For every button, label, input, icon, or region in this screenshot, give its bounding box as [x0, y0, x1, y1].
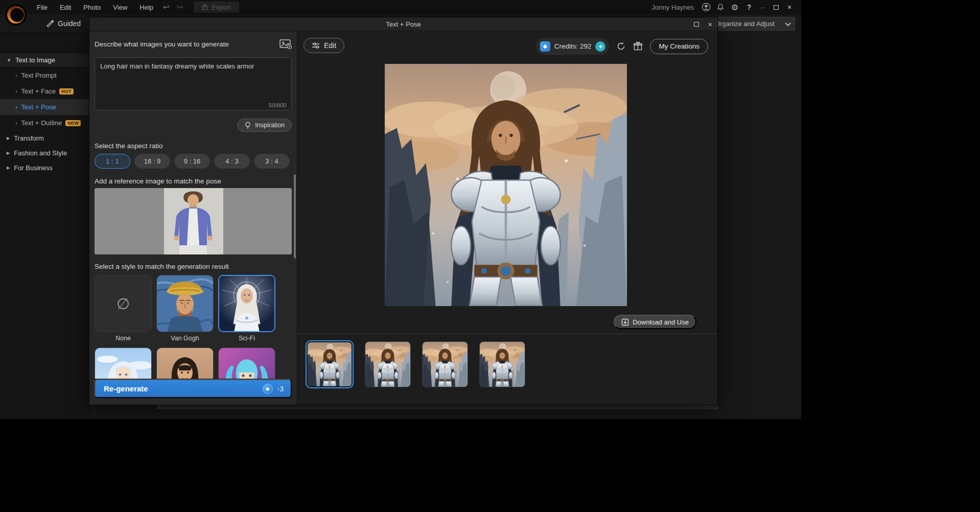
sidebar-item-label: Text Prompt [21, 72, 56, 79]
result-thumbnails [306, 340, 525, 388]
aspect-4-3-button[interactable]: 4 : 3 [214, 154, 250, 169]
style-name-none: None [95, 335, 152, 342]
window-close-icon[interactable]: × [783, 0, 796, 14]
user-name[interactable]: Jonny Haynes [652, 4, 694, 11]
menu-photo[interactable]: Photo [77, 0, 107, 14]
hot-badge: HOT [59, 88, 74, 95]
aspect-3-4-button[interactable]: 3 : 4 [254, 154, 290, 169]
redo-icon[interactable]: ↪ [173, 3, 187, 12]
chevron-right-icon: ▶ [7, 136, 10, 141]
style-card-anime-blue[interactable] [95, 347, 152, 379]
menubar: File Edit Photo View Help ↩ ↪ Export Jon… [0, 0, 801, 14]
thumbnail-2[interactable] [365, 341, 411, 387]
download-and-use-button[interactable]: Download and Use [614, 315, 696, 329]
regenerate-button[interactable]: Re-generate ◆ -3 [95, 379, 292, 398]
app-logo-icon[interactable] [4, 3, 28, 27]
settings-gear-icon[interactable]: ⚙ [728, 0, 742, 14]
sidebar-item-text-to-image[interactable]: ▼ Text to Image [0, 53, 91, 67]
aspect-9-16-button[interactable]: 9 : 16 [174, 154, 210, 169]
generation-settings-panel: Describe what images you want to generat… [89, 32, 297, 405]
left-panel-scrollbar[interactable] [294, 174, 296, 259]
screen: File Edit Photo View Help ↩ ↪ Export Jon… [0, 0, 980, 512]
reference-image-label: Add a reference image to match the pose [95, 177, 292, 185]
sidebar-item-text-outline[interactable]: › Text + Outline NEW [0, 115, 91, 131]
chevron-right-icon: › [15, 119, 17, 127]
inspiration-label: Inspiration [255, 122, 285, 129]
window-restore-icon[interactable] [769, 0, 783, 14]
aspect-ratio-label: Select the aspect ratio [95, 142, 292, 150]
style-card-none[interactable]: ∅ [95, 275, 152, 332]
window-minimize-icon[interactable]: – [756, 0, 769, 14]
guided-label: Guided [58, 19, 81, 28]
sidebar-section-label: Fashion and Style [14, 149, 67, 157]
thumbnails-separator [297, 334, 717, 334]
organize-label: Organize and Adjust [715, 20, 775, 28]
user-avatar-icon[interactable] [699, 0, 713, 14]
credits-count: Credits: 292 [554, 42, 592, 50]
sidebar-item-transform[interactable]: ▶ Transform [0, 131, 91, 146]
aspect-ratio-options: 1 : 1 16 : 9 9 : 16 4 : 3 3 : 4 [95, 154, 292, 169]
menu-view[interactable]: View [107, 0, 133, 14]
undo-icon[interactable]: ↩ [159, 3, 173, 12]
style-card-anime-pop[interactable] [218, 347, 275, 379]
sidebar-root-label: Text to Image [15, 56, 55, 64]
help-icon[interactable]: ? [742, 0, 756, 14]
thumbnail-3[interactable] [422, 341, 468, 387]
regenerate-label: Re-generate [104, 384, 148, 393]
my-creations-button[interactable]: My Creations [650, 39, 708, 54]
dialog-maximize-icon[interactable] [694, 22, 699, 27]
thumbnail-4[interactable] [479, 341, 525, 387]
credits-pill[interactable]: ◆ Credits: 292 + [536, 38, 610, 55]
style-name-van-gogh: Van Gogh [156, 335, 214, 342]
style-name-sci-fi: Sci-Fi [218, 335, 275, 342]
download-label: Download and Use [633, 318, 689, 326]
prompt-input[interactable]: Long hair man in fantasy dreamy white sc… [95, 57, 292, 110]
export-button[interactable]: Export [194, 2, 239, 13]
style-options: ∅ [95, 275, 292, 332]
aspect-16-9-button[interactable]: 16 : 9 [134, 154, 170, 169]
thumbnail-1[interactable] [306, 340, 354, 388]
sidebar-item-fashion-and-style[interactable]: ▶ Fashion and Style [0, 146, 91, 160]
style-card-van-gogh[interactable] [156, 275, 214, 332]
generation-result-panel: Edit ◆ Credits: 292 + My Creations [297, 32, 717, 405]
dialog-controls: × [694, 17, 712, 31]
add-image-icon[interactable] [279, 39, 292, 49]
organize-and-adjust-dropdown[interactable]: Organize and Adjust [709, 17, 795, 31]
menu-edit[interactable]: Edit [54, 0, 77, 14]
download-icon [621, 318, 629, 326]
notifications-bell-icon[interactable] [713, 0, 728, 14]
chevron-right-icon: › [15, 103, 17, 111]
prompt-label: Describe what images you want to generat… [95, 40, 229, 48]
inspiration-button[interactable]: Inspiration [237, 119, 292, 132]
pose-reference-image[interactable] [95, 188, 292, 254]
dialog-close-icon[interactable]: × [708, 20, 712, 29]
dialog-body: Describe what images you want to generat… [89, 32, 717, 405]
add-credits-icon[interactable]: + [595, 41, 605, 52]
sidebar: ▼ Text to Image › Text Prompt › Text + F… [0, 33, 91, 419]
style-card-sci-fi[interactable] [218, 275, 275, 332]
edit-button[interactable]: Edit [304, 38, 344, 53]
aspect-1-1-button[interactable]: 1 : 1 [95, 154, 130, 169]
credit-coin-icon: ◆ [263, 384, 273, 394]
menubar-right: Jonny Haynes ⚙ ? – × [652, 0, 801, 14]
menu-file[interactable]: File [31, 0, 54, 14]
guided-tab[interactable]: Guided [46, 19, 81, 28]
refresh-icon[interactable] [616, 41, 626, 51]
export-label: Export [212, 4, 231, 11]
char-counter: 50/800 [269, 102, 287, 108]
generated-image[interactable] [385, 64, 627, 306]
sidebar-item-text-face[interactable]: › Text + Face HOT [0, 83, 91, 99]
chevron-down-icon [785, 20, 791, 26]
sidebar-item-text-pose[interactable]: › Text + Pose [0, 99, 91, 115]
sidebar-item-label: Text + Outline [21, 119, 62, 127]
dialog-titlebar[interactable]: Text + Pose × [89, 17, 717, 31]
sidebar-item-label: Text + Face [21, 87, 56, 95]
style-card-portrait[interactable] [156, 347, 214, 379]
export-icon [202, 4, 208, 10]
gift-icon[interactable] [633, 41, 643, 51]
sidebar-item-for-business[interactable]: ▶ For Business [0, 160, 91, 175]
menu-help[interactable]: Help [133, 0, 159, 14]
dialog-title: Text + Pose [386, 20, 421, 28]
sidebar-item-label: Text + Pose [21, 103, 56, 111]
sidebar-item-text-prompt[interactable]: › Text Prompt [0, 67, 91, 83]
